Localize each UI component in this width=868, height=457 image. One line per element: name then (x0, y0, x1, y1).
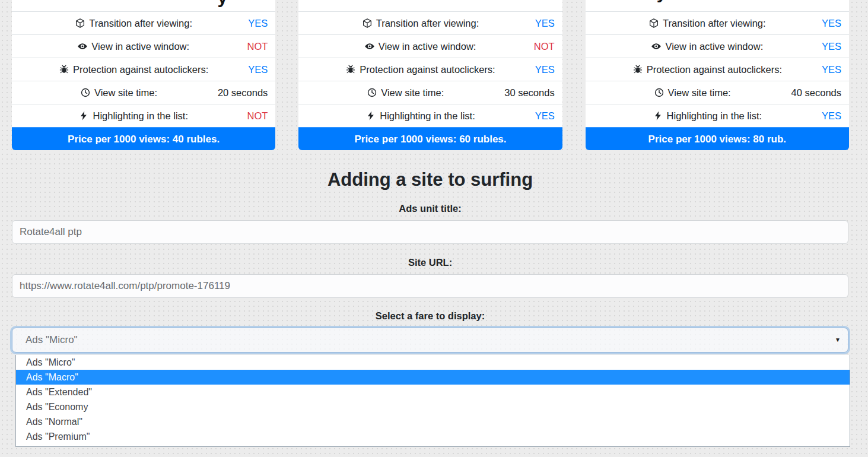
fare-select-label: Select a fare to display: (12, 310, 848, 322)
feature-label: Protection against autoclickers: (73, 64, 208, 75)
dropdown-option[interactable]: Ads "Economy (16, 399, 850, 414)
feature-row: Highlighting in the list:YES (586, 104, 849, 127)
pricing-card: y Transition after viewing:YESView in ac… (586, 0, 849, 150)
feature-label: Protection against autoclickers: (360, 64, 495, 75)
feature-value: YES (821, 110, 841, 122)
feature-label: Transition after viewing: (89, 18, 192, 29)
feature-label: Protection against autoclickers: (647, 64, 782, 75)
eye-icon (651, 41, 662, 52)
dropdown-option[interactable]: Ads "Premium" (16, 429, 850, 444)
feature-label: Highlighting in the list: (93, 110, 188, 122)
feature-label: View site time: (381, 87, 444, 99)
bug-icon (59, 64, 69, 75)
bug-icon (345, 64, 356, 75)
card-title-fragment: y (657, 0, 667, 2)
feature-table: Transition after viewing:YESView in acti… (12, 11, 275, 127)
feature-row: Protection against autoclickers:YES (298, 58, 562, 81)
feature-value: YES (821, 41, 841, 52)
feature-row: View site time:40 seconds (586, 81, 849, 104)
feature-label: View in active window: (665, 41, 763, 52)
feature-value: YES (821, 18, 841, 29)
bolt-icon (653, 110, 663, 121)
feature-label: View site time: (94, 87, 157, 99)
ads-unit-title-input[interactable] (12, 220, 848, 244)
feature-row: View site time:20 seconds (12, 81, 275, 104)
feature-value: YES (535, 110, 555, 122)
dropdown-option[interactable]: Ads "Macro" (16, 370, 850, 385)
card-title-clipped: y (12, 0, 275, 11)
pricing-cards: y Transition after viewing:YESView in ac… (12, 0, 849, 150)
feature-label: Transition after viewing: (663, 18, 766, 29)
price-footer: Price per 1000 views: 40 rubles. (12, 127, 275, 150)
fare-dropdown-list: Ads "Micro"Ads "Macro"Ads "Extended"Ads … (15, 355, 850, 447)
feature-row: View site time:30 seconds (298, 81, 562, 104)
feature-row: Transition after viewing:YES (12, 11, 275, 34)
feature-table: Transition after viewing:YESView in acti… (586, 11, 849, 127)
feature-value: YES (247, 64, 268, 75)
feature-value: NOT (534, 41, 555, 52)
feature-row: Highlighting in the list:NOT (12, 104, 275, 127)
feature-value: YES (247, 18, 268, 29)
chevron-down-icon: ▼ (835, 337, 841, 343)
fare-select[interactable]: Ads "Micro" ▼ (12, 328, 848, 353)
price-footer: Price per 1000 views: 60 rubles. (298, 127, 562, 150)
pricing-card: Transition after viewing:YESView in acti… (298, 0, 562, 150)
feature-row: View in active window:NOT (12, 34, 275, 58)
feature-row: View in active window:NOT (298, 34, 562, 58)
feature-value: NOT (247, 110, 268, 122)
ads-unit-title-label: Ads unit title: (12, 202, 848, 214)
clock-icon (80, 87, 91, 98)
add-site-form: Adding a site to surfing Ads unit title:… (12, 169, 848, 447)
feature-row: Protection against autoclickers:YES (12, 58, 275, 81)
card-title-fragment: y (218, 0, 228, 7)
feature-value: YES (535, 18, 555, 29)
feature-table: Transition after viewing:YESView in acti… (298, 11, 562, 127)
feature-value: YES (535, 64, 555, 75)
feature-label: View in active window: (91, 41, 189, 52)
bolt-icon (78, 110, 89, 121)
dropdown-option[interactable]: Ads "Extended" (16, 385, 850, 399)
feature-label: View in active window: (379, 41, 476, 52)
clock-icon (654, 87, 664, 98)
card-title-clipped (298, 0, 562, 11)
fare-selected-value: Ads "Micro" (26, 334, 835, 346)
eye-icon (364, 41, 375, 52)
dropdown-option[interactable]: Ads "Micro" (16, 355, 850, 370)
clock-icon (367, 87, 377, 98)
feature-row: Transition after viewing:YES (586, 11, 849, 34)
feature-row: Transition after viewing:YES (298, 11, 562, 34)
pricing-card: y Transition after viewing:YESView in ac… (12, 0, 275, 150)
feature-row: View in active window:YES (586, 34, 849, 58)
feature-row: Highlighting in the list:YES (298, 104, 562, 127)
feature-value: YES (821, 64, 841, 75)
card-title-clipped: y (586, 0, 849, 11)
cube-icon (648, 18, 659, 28)
feature-label: Highlighting in the list: (380, 110, 475, 122)
site-url-input[interactable] (12, 274, 848, 298)
feature-label: Transition after viewing: (376, 18, 479, 29)
eye-icon (77, 41, 88, 52)
bug-icon (632, 64, 643, 75)
feature-value: 20 seconds (218, 87, 268, 99)
site-url-label: Site URL: (12, 256, 848, 268)
feature-value: NOT (247, 41, 268, 52)
feature-label: Highlighting in the list: (667, 110, 762, 122)
cube-icon (75, 18, 85, 28)
cube-icon (362, 18, 373, 28)
price-footer: Price per 1000 views: 80 rub. (586, 127, 849, 150)
page-title: Adding a site to surfing (12, 169, 848, 191)
bolt-icon (365, 110, 376, 121)
feature-label: View site time: (668, 87, 731, 99)
feature-value: 40 seconds (791, 87, 841, 99)
dropdown-option[interactable]: Ads "Normal" (16, 414, 850, 429)
feature-row: Protection against autoclickers:YES (586, 58, 849, 81)
feature-value: 30 seconds (504, 87, 554, 99)
